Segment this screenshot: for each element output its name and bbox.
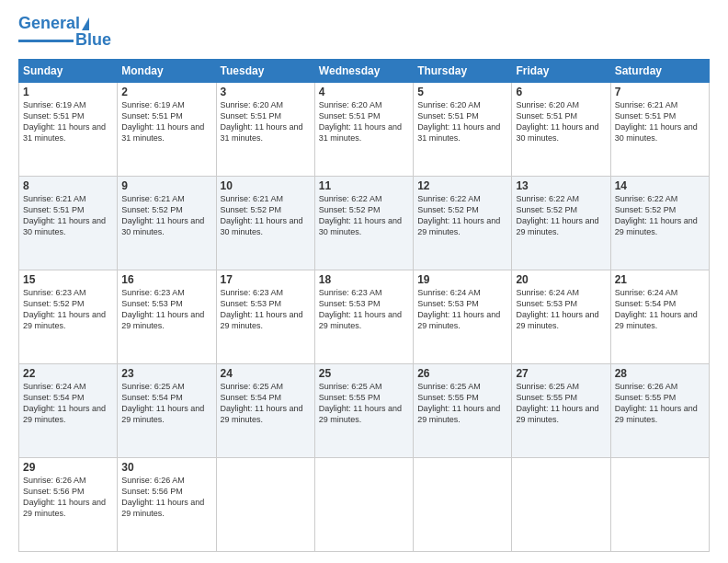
day-cell: 5 Sunrise: 6:20 AM Sunset: 5:51 PM Dayli… <box>414 82 512 176</box>
day-info: Sunrise: 6:24 AM Sunset: 5:53 PM Dayligh… <box>417 287 507 332</box>
day-info: Sunrise: 6:22 AM Sunset: 5:52 PM Dayligh… <box>516 193 606 238</box>
day-info: Sunrise: 6:20 AM Sunset: 5:51 PM Dayligh… <box>221 99 311 144</box>
day-number: 13 <box>516 179 606 192</box>
day-cell: 11 Sunrise: 6:22 AM Sunset: 5:52 PM Dayl… <box>314 176 413 270</box>
day-info: Sunrise: 6:24 AM Sunset: 5:54 PM Dayligh… <box>23 381 113 426</box>
week-row-5: 29 Sunrise: 6:26 AM Sunset: 5:56 PM Dayl… <box>19 457 710 551</box>
day-number: 3 <box>221 86 311 98</box>
day-number: 24 <box>221 367 311 380</box>
day-info: Sunrise: 6:19 AM Sunset: 5:51 PM Dayligh… <box>121 99 211 144</box>
day-cell: 24 Sunrise: 6:25 AM Sunset: 5:54 PM Dayl… <box>216 363 314 457</box>
day-cell: 21 Sunrise: 6:24 AM Sunset: 5:54 PM Dayl… <box>610 270 709 363</box>
day-cell <box>610 457 709 551</box>
day-cell: 25 Sunrise: 6:25 AM Sunset: 5:55 PM Dayl… <box>314 363 413 457</box>
day-cell: 15 Sunrise: 6:23 AM Sunset: 5:52 PM Dayl… <box>19 270 118 363</box>
day-number: 28 <box>615 367 705 380</box>
day-cell: 17 Sunrise: 6:23 AM Sunset: 5:53 PM Dayl… <box>216 270 314 363</box>
day-number: 23 <box>121 367 211 380</box>
day-cell <box>512 457 610 551</box>
day-number: 30 <box>121 461 211 474</box>
day-info: Sunrise: 6:25 AM Sunset: 5:55 PM Dayligh… <box>319 381 409 426</box>
day-number: 18 <box>319 273 409 286</box>
day-cell: 2 Sunrise: 6:19 AM Sunset: 5:51 PM Dayli… <box>118 82 216 176</box>
week-row-4: 22 Sunrise: 6:24 AM Sunset: 5:54 PM Dayl… <box>19 363 710 457</box>
day-cell <box>414 457 512 551</box>
day-header-wednesday: Wednesday <box>314 59 413 82</box>
day-info: Sunrise: 6:26 AM Sunset: 5:56 PM Dayligh… <box>121 475 211 520</box>
day-number: 16 <box>121 273 211 286</box>
day-info: Sunrise: 6:23 AM Sunset: 5:52 PM Dayligh… <box>23 287 113 332</box>
week-row-1: 1 Sunrise: 6:19 AM Sunset: 5:51 PM Dayli… <box>19 82 710 176</box>
day-cell: 28 Sunrise: 6:26 AM Sunset: 5:55 PM Dayl… <box>610 363 709 457</box>
day-info: Sunrise: 6:25 AM Sunset: 5:54 PM Dayligh… <box>221 381 311 426</box>
day-number: 2 <box>121 86 211 98</box>
day-number: 25 <box>319 367 409 380</box>
day-cell: 13 Sunrise: 6:22 AM Sunset: 5:52 PM Dayl… <box>512 176 610 270</box>
day-cell: 7 Sunrise: 6:21 AM Sunset: 5:51 PM Dayli… <box>610 82 709 176</box>
day-info: Sunrise: 6:22 AM Sunset: 5:52 PM Dayligh… <box>319 193 409 238</box>
day-number: 7 <box>615 86 705 98</box>
day-info: Sunrise: 6:21 AM Sunset: 5:52 PM Dayligh… <box>121 193 211 238</box>
day-number: 19 <box>417 273 507 286</box>
day-number: 4 <box>319 86 409 98</box>
day-info: Sunrise: 6:25 AM Sunset: 5:55 PM Dayligh… <box>417 381 507 426</box>
day-number: 15 <box>23 273 113 286</box>
week-row-2: 8 Sunrise: 6:21 AM Sunset: 5:51 PM Dayli… <box>19 176 710 270</box>
day-cell: 4 Sunrise: 6:20 AM Sunset: 5:51 PM Dayli… <box>314 82 413 176</box>
logo: General Blue <box>18 15 111 50</box>
day-cell <box>314 457 413 551</box>
day-number: 26 <box>417 367 507 380</box>
day-cell <box>216 457 314 551</box>
day-header-friday: Friday <box>512 59 610 82</box>
page: General Blue SundayMondayTuesdayWednesda… <box>0 0 728 563</box>
logo-line <box>18 40 74 42</box>
day-info: Sunrise: 6:23 AM Sunset: 5:53 PM Dayligh… <box>121 287 211 332</box>
day-cell: 19 Sunrise: 6:24 AM Sunset: 5:53 PM Dayl… <box>414 270 512 363</box>
header: General Blue <box>18 15 710 50</box>
day-info: Sunrise: 6:20 AM Sunset: 5:51 PM Dayligh… <box>417 99 507 144</box>
day-cell: 18 Sunrise: 6:23 AM Sunset: 5:53 PM Dayl… <box>314 270 413 363</box>
day-cell: 20 Sunrise: 6:24 AM Sunset: 5:53 PM Dayl… <box>512 270 610 363</box>
day-header-tuesday: Tuesday <box>216 59 314 82</box>
day-info: Sunrise: 6:20 AM Sunset: 5:51 PM Dayligh… <box>319 99 409 144</box>
day-number: 29 <box>23 461 113 474</box>
day-info: Sunrise: 6:19 AM Sunset: 5:51 PM Dayligh… <box>23 99 113 144</box>
day-info: Sunrise: 6:23 AM Sunset: 5:53 PM Dayligh… <box>221 287 311 332</box>
calendar-table: SundayMondayTuesdayWednesdayThursdayFrid… <box>18 59 710 552</box>
week-row-3: 15 Sunrise: 6:23 AM Sunset: 5:52 PM Dayl… <box>19 270 710 363</box>
day-info: Sunrise: 6:25 AM Sunset: 5:55 PM Dayligh… <box>516 381 606 426</box>
day-info: Sunrise: 6:26 AM Sunset: 5:56 PM Dayligh… <box>23 475 113 520</box>
logo-blue: Blue <box>75 31 111 50</box>
day-cell: 1 Sunrise: 6:19 AM Sunset: 5:51 PM Dayli… <box>19 82 118 176</box>
day-cell: 3 Sunrise: 6:20 AM Sunset: 5:51 PM Dayli… <box>216 82 314 176</box>
day-cell: 12 Sunrise: 6:22 AM Sunset: 5:52 PM Dayl… <box>414 176 512 270</box>
day-cell: 27 Sunrise: 6:25 AM Sunset: 5:55 PM Dayl… <box>512 363 610 457</box>
day-number: 1 <box>23 86 113 98</box>
day-cell: 9 Sunrise: 6:21 AM Sunset: 5:52 PM Dayli… <box>118 176 216 270</box>
day-cell: 23 Sunrise: 6:25 AM Sunset: 5:54 PM Dayl… <box>118 363 216 457</box>
day-cell: 22 Sunrise: 6:24 AM Sunset: 5:54 PM Dayl… <box>19 363 118 457</box>
day-header-sunday: Sunday <box>19 59 118 82</box>
day-cell: 29 Sunrise: 6:26 AM Sunset: 5:56 PM Dayl… <box>19 457 118 551</box>
day-cell: 10 Sunrise: 6:21 AM Sunset: 5:52 PM Dayl… <box>216 176 314 270</box>
day-info: Sunrise: 6:24 AM Sunset: 5:53 PM Dayligh… <box>516 287 606 332</box>
day-header-thursday: Thursday <box>414 59 512 82</box>
day-info: Sunrise: 6:23 AM Sunset: 5:53 PM Dayligh… <box>319 287 409 332</box>
day-info: Sunrise: 6:21 AM Sunset: 5:51 PM Dayligh… <box>615 99 705 144</box>
day-info: Sunrise: 6:22 AM Sunset: 5:52 PM Dayligh… <box>417 193 507 238</box>
day-info: Sunrise: 6:22 AM Sunset: 5:52 PM Dayligh… <box>615 193 705 238</box>
day-number: 27 <box>516 367 606 380</box>
day-info: Sunrise: 6:20 AM Sunset: 5:51 PM Dayligh… <box>516 99 606 144</box>
day-cell: 14 Sunrise: 6:22 AM Sunset: 5:52 PM Dayl… <box>610 176 709 270</box>
day-cell: 26 Sunrise: 6:25 AM Sunset: 5:55 PM Dayl… <box>414 363 512 457</box>
day-number: 12 <box>417 179 507 192</box>
logo-triangle-icon <box>82 17 89 30</box>
day-cell: 8 Sunrise: 6:21 AM Sunset: 5:51 PM Dayli… <box>19 176 118 270</box>
logo-general: General <box>18 14 80 32</box>
day-number: 6 <box>516 86 606 98</box>
day-info: Sunrise: 6:26 AM Sunset: 5:55 PM Dayligh… <box>615 381 705 426</box>
day-number: 17 <box>221 273 311 286</box>
day-number: 5 <box>417 86 507 98</box>
day-cell: 16 Sunrise: 6:23 AM Sunset: 5:53 PM Dayl… <box>118 270 216 363</box>
day-number: 11 <box>319 179 409 192</box>
